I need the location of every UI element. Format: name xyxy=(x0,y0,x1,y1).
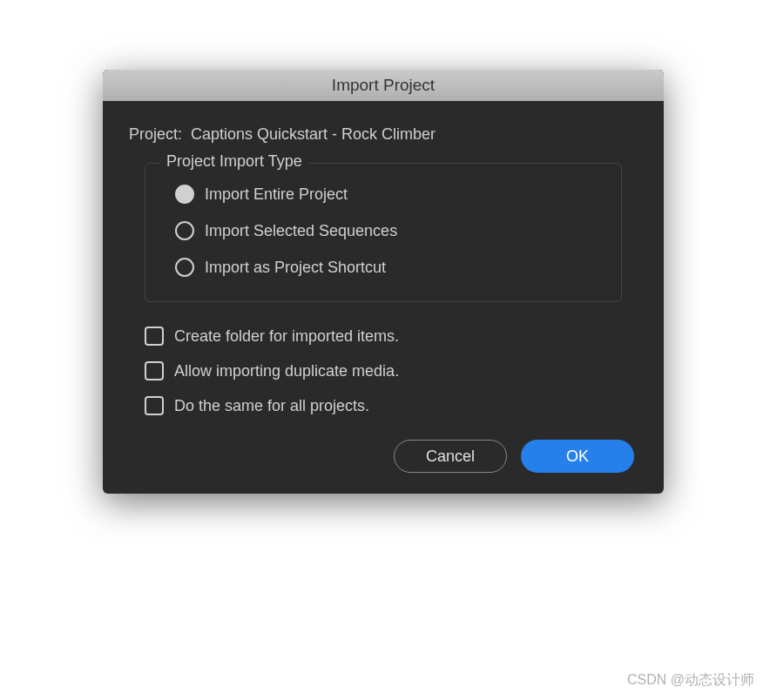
radio-label: Import Selected Sequences xyxy=(205,222,397,240)
checkbox-icon xyxy=(145,396,164,415)
cancel-button[interactable]: Cancel xyxy=(394,440,507,473)
project-line: Project: Captions Quickstart - Rock Clim… xyxy=(129,125,638,144)
checkbox-label: Do the same for all projects. xyxy=(174,397,369,415)
button-row: Cancel OK xyxy=(129,440,638,473)
checkbox-label: Create folder for imported items. xyxy=(174,327,399,346)
project-name: Captions Quickstart - Rock Climber xyxy=(191,125,436,144)
dialog-title: Import Project xyxy=(332,76,435,95)
ok-button[interactable]: OK xyxy=(521,440,634,473)
radio-import-entire-project[interactable]: Import Entire Project xyxy=(175,185,600,204)
dialog-body: Project: Captions Quickstart - Rock Clim… xyxy=(103,101,664,494)
checkbox-same-for-all[interactable]: Do the same for all projects. xyxy=(145,396,638,415)
radio-import-as-shortcut[interactable]: Import as Project Shortcut xyxy=(175,258,600,277)
import-project-dialog: Import Project Project: Captions Quickst… xyxy=(103,70,664,494)
radio-label: Import as Project Shortcut xyxy=(205,259,386,277)
project-label: Project: xyxy=(129,125,182,144)
checkbox-label: Allow importing duplicate media. xyxy=(174,362,399,380)
checkbox-icon xyxy=(145,361,164,380)
radio-import-selected-sequences[interactable]: Import Selected Sequences xyxy=(175,221,600,240)
radio-icon xyxy=(175,258,194,277)
checkbox-group: Create folder for imported items. Allow … xyxy=(145,326,638,415)
radio-icon xyxy=(175,185,194,204)
checkbox-icon xyxy=(145,326,164,346)
radio-label: Import Entire Project xyxy=(205,185,348,204)
radio-group: Import Entire Project Import Selected Se… xyxy=(166,185,600,277)
fieldset-legend: Project Import Type xyxy=(159,152,309,171)
watermark: CSDN @动态设计师 xyxy=(627,671,754,690)
radio-icon xyxy=(175,221,194,240)
import-type-fieldset: Project Import Type Import Entire Projec… xyxy=(145,163,622,302)
checkbox-allow-duplicate[interactable]: Allow importing duplicate media. xyxy=(145,361,638,380)
checkbox-create-folder[interactable]: Create folder for imported items. xyxy=(145,326,638,346)
dialog-titlebar: Import Project xyxy=(103,70,664,101)
